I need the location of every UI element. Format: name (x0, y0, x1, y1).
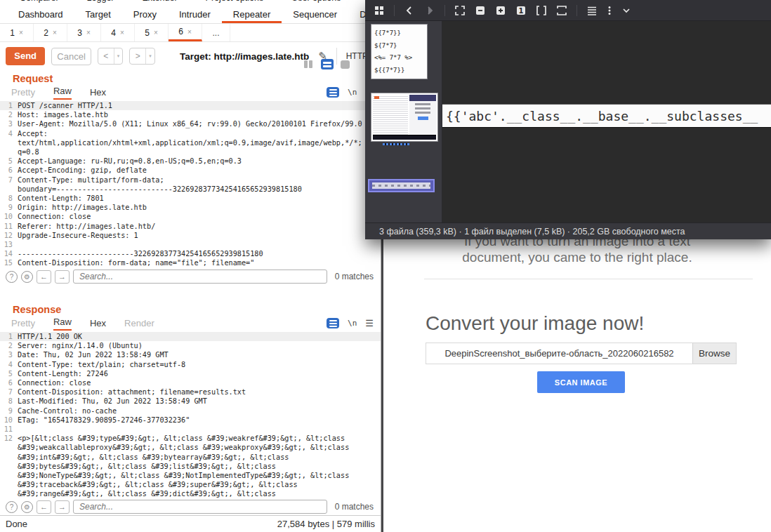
nav-forward-icon[interactable] (424, 5, 435, 16)
fit-window-icon[interactable] (454, 5, 466, 16)
burp-menu-row-main: DashboardTargetProxyIntruderRepeaterSequ… (0, 6, 381, 24)
menu-tab-repeater[interactable]: Repeater (222, 6, 282, 23)
close-icon[interactable]: × (154, 29, 158, 36)
line-text: Last-Modified: Thu, 02 Jun 2022 13:58:49… (18, 397, 207, 405)
prettify-icon[interactable] (327, 87, 339, 98)
repeater-tab-more[interactable]: ... (202, 24, 230, 41)
close-icon[interactable]: × (53, 29, 57, 36)
payload-image-thumbnail[interactable]: {{7*7}}${7*7}<%= 7*7 %>${{7*7}} (371, 24, 428, 79)
code-line: 4Content-Type: text/plain; charset=utf-8 (0, 360, 381, 369)
close-icon[interactable]: × (187, 28, 192, 36)
scan-image-button[interactable]: SCAN IMAGE (537, 371, 625, 393)
nav-back-icon[interactable] (404, 5, 415, 16)
code-line: 1POST /scanner HTTP/1.1 (0, 101, 381, 110)
repeater-tab-2[interactable]: 2× (34, 24, 67, 41)
mini-burp-area (373, 95, 408, 135)
list-view-icon[interactable] (586, 5, 598, 16)
menu-tab-dashboard[interactable]: Dashboard (7, 6, 74, 23)
code-line: 12<p>[&lt;class &#39;type&#39;&gt;, &lt;… (0, 434, 381, 443)
menu-tab-user-options[interactable]: User options (291, 0, 341, 3)
menu-tab-logger[interactable]: Logger (87, 0, 114, 3)
more-options-icon[interactable] (607, 5, 612, 16)
response-raw-content[interactable]: 1HTTP/1.1 200 OK2Server: nginx/1.14.0 (U… (0, 332, 381, 498)
zoom-out-icon[interactable] (475, 5, 486, 16)
history-forward-button[interactable]: > ▾ (129, 48, 155, 65)
tab-hex[interactable]: Hex (90, 87, 106, 100)
chevron-down-icon[interactable]: ▾ (114, 48, 123, 64)
selected-text-thumbnail[interactable] (368, 179, 435, 192)
history-back-button[interactable]: < ▾ (98, 48, 124, 65)
zoom-in-icon[interactable] (495, 5, 506, 16)
prev-match-button[interactable]: ← (37, 500, 51, 514)
code-line: 8Last-Modified: Thu, 02 Jun 2022 13:58:4… (0, 397, 381, 406)
show-newlines-icon[interactable]: \n (348, 319, 357, 328)
svg-text:1: 1 (519, 7, 524, 15)
menu-tab-extender[interactable]: Extender (143, 0, 178, 3)
fit-height-icon[interactable] (556, 5, 567, 16)
line-number: 5 (0, 369, 13, 378)
request-search-input[interactable] (73, 270, 327, 284)
tab-render[interactable]: Render (124, 318, 154, 331)
repeater-tab-1[interactable]: 1× (0, 24, 34, 41)
menu-tab-project-options[interactable]: Project options (206, 0, 264, 3)
code-line: 10Connection: close (0, 212, 381, 221)
close-icon[interactable]: × (86, 29, 91, 36)
response-search-input[interactable] (73, 500, 327, 514)
editor-menu-icon[interactable]: ☰ (365, 318, 374, 328)
tab-raw[interactable]: Raw (53, 317, 72, 331)
line-text: Referer: http://images.late.htb/ (18, 222, 155, 230)
line-text: Content-Type: multipart/form-data; (18, 176, 164, 184)
browse-button[interactable]: Browse (692, 343, 736, 364)
repeater-tab-3[interactable]: 3× (67, 24, 101, 41)
code-line: 3User-Agent: Mozilla/5.0 (X11; Linux x86… (0, 119, 381, 128)
fit-width-icon[interactable] (536, 5, 547, 16)
code-line: 2Server: nginx/1.14.0 (Ubuntu) (0, 341, 381, 350)
repeater-tab-4[interactable]: 4× (101, 24, 135, 41)
next-match-button[interactable]: → (55, 500, 70, 514)
code-line: &#39;range&#39;&gt;, &lt;class &#39;dict… (0, 489, 381, 498)
menu-tab-target[interactable]: Target (74, 6, 122, 23)
ssti-payload-text: {{'abc'.__class__.__base__.__subclasses_… (442, 105, 771, 128)
send-button[interactable]: Send (6, 47, 45, 65)
prev-match-button[interactable]: ← (37, 270, 51, 284)
tab-hex[interactable]: Hex (90, 318, 106, 331)
response-editor-tabs: PrettyRawHexRender \n ☰ (0, 315, 381, 331)
viewer-canvas[interactable]: {{'abc'.__class__.__base__.__subclasses_… (442, 21, 771, 222)
close-icon[interactable]: × (120, 29, 124, 36)
menu-tab-intruder[interactable]: Intruder (168, 6, 222, 23)
tab-raw[interactable]: Raw (53, 86, 72, 100)
help-icon[interactable]: ? (6, 271, 18, 283)
line-number: 12 (0, 231, 13, 240)
menu-tab-proxy[interactable]: Proxy (122, 6, 168, 23)
line-number: 6 (0, 378, 13, 387)
close-icon[interactable]: × (19, 29, 23, 36)
gear-icon[interactable]: ⚙ (21, 271, 33, 283)
layout-rows-icon[interactable] (321, 59, 334, 69)
zoom-original-icon[interactable]: 1 (515, 5, 527, 16)
dropdown-icon[interactable] (621, 5, 631, 16)
request-raw-content[interactable]: 1POST /scanner HTTP/1.12Host: images.lat… (0, 101, 381, 267)
help-icon[interactable]: ? (6, 501, 18, 513)
menu-tab-comparer[interactable]: Comparer (20, 0, 59, 3)
code-line: 11 (0, 425, 381, 434)
tab-pretty[interactable]: Pretty (11, 318, 35, 331)
zoomed-image: {{'abc'.__class__.__base__.__subclasses_… (442, 104, 771, 128)
gear-icon[interactable]: ⚙ (21, 501, 33, 513)
next-match-button[interactable]: → (55, 270, 70, 284)
file-upload-field[interactable]: DeepinScreenshot_выберите-область_202206… (426, 343, 737, 364)
repeater-tab-5[interactable]: 5× (135, 24, 169, 41)
tab-pretty[interactable]: Pretty (11, 87, 35, 100)
cancel-button[interactable]: Cancel (51, 48, 91, 65)
screenshot-thumbnail[interactable] (371, 93, 438, 142)
repeater-tab-6[interactable]: 6× (169, 24, 202, 41)
show-newlines-icon[interactable]: \n (348, 88, 357, 97)
line-text: &#39;traceback&#39;&gt;, &lt;class &#39;… (18, 481, 298, 488)
thumbnails-grid-icon[interactable] (374, 5, 385, 16)
menu-tab-sequencer[interactable]: Sequencer (282, 6, 348, 23)
status-done-label: Done (6, 519, 27, 529)
line-number: 4 (0, 129, 13, 138)
chevron-down-icon[interactable]: ▾ (145, 48, 154, 64)
prettify-icon[interactable] (327, 318, 339, 328)
layout-columns-icon[interactable] (303, 60, 314, 69)
layout-single-icon[interactable] (341, 60, 350, 69)
